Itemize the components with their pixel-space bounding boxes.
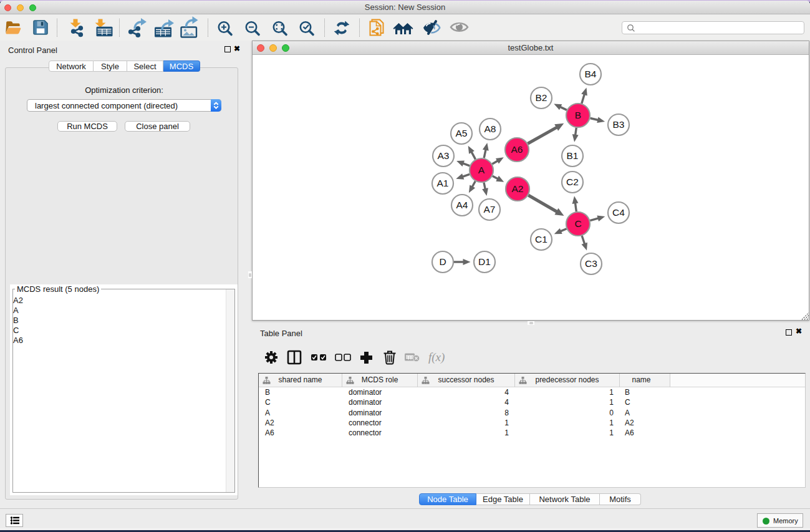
svg-text:A7: A7 bbox=[484, 204, 496, 215]
svg-text:A6: A6 bbox=[511, 144, 523, 155]
svg-text:B2: B2 bbox=[536, 92, 547, 103]
svg-text:A1: A1 bbox=[437, 178, 449, 188]
svg-text:C2: C2 bbox=[566, 177, 579, 187]
svg-text:A3: A3 bbox=[438, 150, 450, 161]
svg-text:B3: B3 bbox=[613, 119, 625, 130]
svg-text:A8: A8 bbox=[485, 123, 496, 134]
svg-text:f(x): f(x) bbox=[428, 351, 445, 364]
svg-text:B4: B4 bbox=[585, 69, 597, 79]
svg-text:A5: A5 bbox=[456, 128, 468, 138]
svg-text:A: A bbox=[478, 165, 485, 175]
svg-text:C: C bbox=[574, 218, 581, 229]
svg-text:C3: C3 bbox=[585, 258, 597, 269]
svg-text:A4: A4 bbox=[456, 200, 468, 210]
svg-text:C4: C4 bbox=[612, 207, 625, 218]
svg-text:D: D bbox=[439, 256, 446, 267]
svg-text:C1: C1 bbox=[535, 234, 547, 244]
svg-text:A2: A2 bbox=[512, 183, 524, 194]
svg-text:B1: B1 bbox=[567, 150, 579, 161]
svg-text:B: B bbox=[575, 110, 581, 120]
svg-text:D1: D1 bbox=[478, 256, 491, 267]
